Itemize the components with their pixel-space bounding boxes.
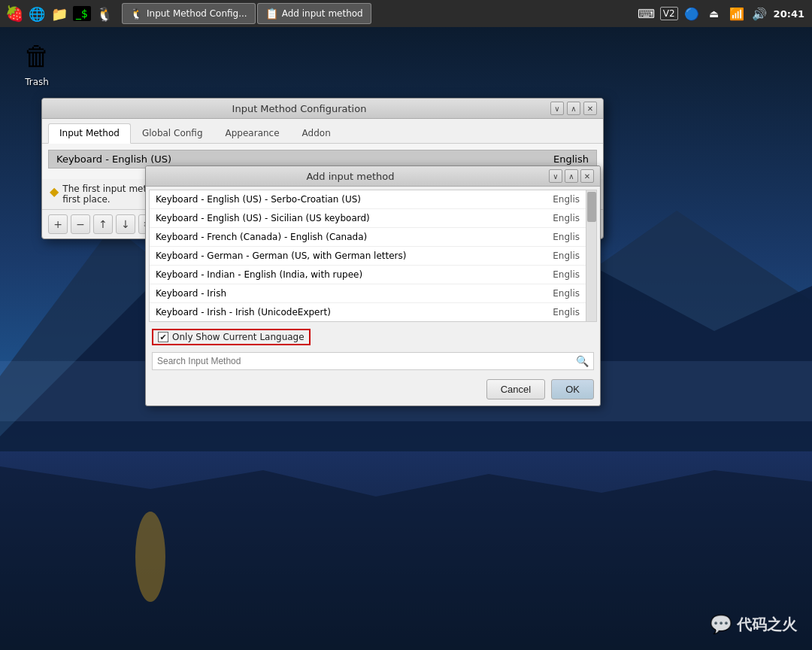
v2-icon[interactable]: V2 [661,5,677,22]
browser-icon[interactable]: 🌐 [27,4,47,23]
method-lang: Englis [553,213,580,223]
method-name: Keyboard - French (Canada) - English (Ca… [156,232,367,242]
method-name: Keyboard - German - German (US, with Ger… [156,251,406,261]
bluetooth-icon[interactable]: 🔵 [683,5,700,22]
toolbar-remove-btn[interactable]: − [71,214,90,234]
method-lang: Englis [553,288,580,299]
raspberry-icon[interactable]: 🍓 [5,4,24,23]
method-name: Keyboard - English (US) - Sicilian (US k… [156,213,370,223]
add-input-method-dialog: Add input method ∨ ∧ ✕ Keyboard - Englis… [145,166,601,406]
scrollbar[interactable] [586,190,596,321]
list-item[interactable]: Keyboard - English (US) - Sicilian (US k… [150,209,586,228]
list-item[interactable]: Keyboard - Irish Englis [150,284,586,303]
method-name: Keyboard - Irish - Irish (UnicodeExpert) [156,307,331,317]
toolbar-down-btn[interactable]: ↓ [116,214,135,234]
svg-marker-4 [0,466,812,650]
search-bar: 🔍 [152,352,594,370]
info-icon: ◆ [50,184,59,199]
volume-icon[interactable]: 🔊 [751,5,768,22]
dialog-titlebar: Input Method Configuration ∨ ∧ ✕ [42,99,603,119]
keyboard-layout-icon[interactable]: ⌨ [638,5,655,22]
ok-button[interactable]: OK [551,379,594,399]
trash-icon[interactable]: 🗑 Trash [19,38,55,87]
list-item[interactable]: Keyboard - German - German (US, with Ger… [150,247,586,266]
svg-point-5 [135,512,165,602]
list-item[interactable]: Keyboard - Indian - English (India, with… [150,266,586,284]
trash-label: Trash [25,77,49,87]
method-name: Keyboard - English (US) - Serbo-Croatian… [156,194,361,205]
watermark-text: 代码之火 [737,615,797,635]
watermark: 💬 代码之火 [710,614,797,635]
toolbar-up-btn[interactable]: ↑ [93,214,113,234]
tab-appearance[interactable]: Appearance [214,123,291,143]
watermark-icon: 💬 [710,614,732,635]
sub-dialog-close-btn[interactable]: ✕ [580,169,594,183]
cancel-button[interactable]: Cancel [486,379,545,399]
scrollbar-area: Keyboard - English (US) - Serbo-Croatian… [150,190,596,321]
wifi-icon[interactable]: 📶 [729,5,745,22]
list-item[interactable]: Keyboard - French (Canada) - English (Ca… [150,228,586,247]
app-icon-input-method: 🐧 [130,8,143,20]
app-label-add-input: Add input method [282,8,363,19]
dialog-title: Input Method Configuration [48,103,550,114]
sub-dialog-title: Add input method [152,171,549,182]
only-show-current-language-checkbox[interactable]: ✔ Only Show Current Language [152,329,311,345]
tab-global-config[interactable]: Global Config [131,123,214,143]
taskbar-right: ⌨ V2 🔵 ⏏ 📶 🔊 20:41 [631,5,812,22]
taskbar-app-input-method[interactable]: 🐧 Input Method Config... [122,3,256,24]
list-item[interactable]: Keyboard - Irish - Irish (UnicodeExpert)… [150,303,586,321]
method-list: Keyboard - English (US) - Serbo-Croatian… [150,190,586,321]
eject-icon[interactable]: ⏏ [706,5,723,22]
method-list-container: Keyboard - English (US) - Serbo-Croatian… [149,190,597,322]
current-method-name: Keyboard - English (US) [56,153,171,165]
checkbox-label: Only Show Current Language [172,332,304,342]
method-name: Keyboard - Indian - English (India, with… [156,269,362,280]
toolbar-add-btn[interactable]: + [48,214,68,234]
dialog-tabs: Input Method Global Config Appearance Ad… [42,119,603,144]
method-lang: Englis [553,251,580,261]
current-method-lang: English [553,153,589,165]
taskbar: 🍓 🌐 📁 _$ 🐧 🐧 Input Method Config... 📋 [0,0,812,27]
clock: 20:41 [774,8,804,20]
search-icon[interactable]: 🔍 [576,355,589,367]
method-lang: Englis [553,269,580,280]
method-lang: Englis [553,307,580,317]
sub-dialog-footer: Cancel OK [146,373,600,405]
method-lang: Englis [553,194,580,205]
sub-dialog-minimize-btn[interactable]: ∨ [549,169,562,183]
method-name: Keyboard - Irish [156,288,226,299]
checkbox-row: ✔ Only Show Current Language [146,325,600,349]
dialog-minimize-btn[interactable]: ∨ [550,102,564,115]
tab-input-method[interactable]: Input Method [48,123,131,144]
method-lang: Englis [553,232,580,242]
app-label-input-method: Input Method Config... [147,8,247,19]
trash-image: 🗑 [19,38,55,74]
files-icon[interactable]: 📁 [50,4,69,23]
scrollbar-thumb[interactable] [587,192,596,222]
sub-dialog-controls: ∨ ∧ ✕ [549,169,594,183]
dialog-maximize-btn[interactable]: ∧ [567,102,580,115]
penguin-icon[interactable]: 🐧 [95,4,114,23]
dialog-controls: ∨ ∧ ✕ [550,102,597,115]
sub-dialog-titlebar: Add input method ∨ ∧ ✕ [146,166,600,187]
taskbar-apps: 🐧 Input Method Config... 📋 Add input met… [119,3,631,24]
terminal-icon[interactable]: _$ [72,4,92,23]
search-input[interactable] [157,356,576,366]
sub-dialog-maximize-btn[interactable]: ∧ [565,169,578,183]
taskbar-left: 🍓 🌐 📁 _$ 🐧 [0,4,119,23]
dialog-close-btn[interactable]: ✕ [583,102,597,115]
tab-addon[interactable]: Addon [291,123,342,143]
taskbar-app-add-input[interactable]: 📋 Add input method [257,3,371,24]
app-icon-add-input: 📋 [265,8,278,20]
checkbox-box: ✔ [158,332,168,342]
desktop: 🍓 🌐 📁 _$ 🐧 🐧 Input Method Config... 📋 [0,0,812,650]
list-item[interactable]: Keyboard - English (US) - Serbo-Croatian… [150,190,586,209]
